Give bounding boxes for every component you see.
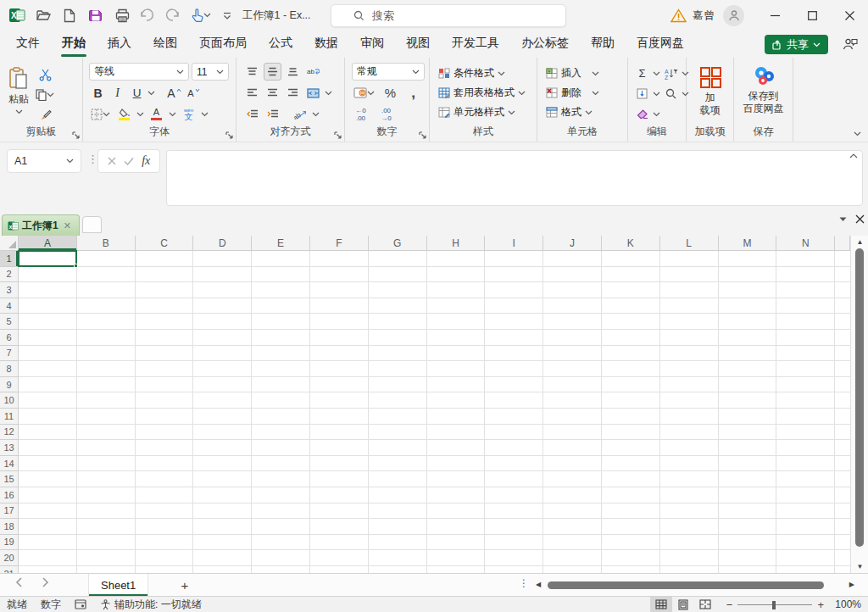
scroll-down-icon[interactable]: ▼	[851, 563, 868, 570]
contact-person-icon[interactable]	[843, 37, 858, 51]
tab-draw[interactable]: 绘图	[142, 31, 188, 58]
row-header-2[interactable]: 2	[0, 267, 19, 283]
underline-button[interactable]: U	[128, 84, 146, 102]
tab-formulas[interactable]: 公式	[258, 31, 303, 58]
sort-filter-button[interactable]: AZ	[662, 64, 680, 82]
autosum-button[interactable]: Σ	[633, 64, 651, 82]
formula-input[interactable]	[166, 150, 863, 206]
tab-baidu-netdisk[interactable]: 百度网盘	[626, 31, 695, 58]
row-header-5[interactable]: 5	[0, 314, 19, 330]
align-left-button[interactable]	[243, 84, 261, 102]
row-header-6[interactable]: 6	[0, 330, 19, 346]
shrink-font-button[interactable]: A	[185, 84, 203, 102]
addins-button[interactable]: 加 载项	[687, 62, 733, 125]
grow-font-button[interactable]: A	[165, 84, 183, 102]
column-header-B[interactable]: B	[77, 236, 136, 251]
number-dialog-launcher-icon[interactable]	[419, 131, 426, 139]
borders-button[interactable]	[89, 105, 112, 123]
scroll-left-icon[interactable]: ◀	[536, 581, 541, 588]
undo-icon[interactable]	[138, 4, 159, 26]
workbook-tab[interactable]: x 工作簿1 ✕	[2, 214, 80, 236]
tab-review[interactable]: 审阅	[349, 31, 395, 58]
fill-handle[interactable]	[74, 264, 78, 268]
decrease-indent-button[interactable]	[243, 105, 261, 123]
horizontal-scrollbar[interactable]: ◀ ▶	[534, 574, 858, 597]
align-bottom-button[interactable]	[284, 63, 302, 81]
close-workbook-tab-icon[interactable]	[855, 214, 865, 224]
align-center-button[interactable]	[264, 84, 281, 102]
search-box[interactable]: 搜索	[331, 4, 566, 27]
font-size-select[interactable]: 11	[192, 63, 229, 81]
name-box[interactable]: A1	[7, 149, 81, 173]
alignment-dialog-launcher-icon[interactable]	[334, 131, 342, 139]
column-header-J[interactable]: J	[543, 236, 602, 251]
insert-function-icon[interactable]: fx	[142, 154, 150, 168]
fill-color-button[interactable]	[115, 105, 133, 123]
scroll-up-icon[interactable]: ▲	[851, 238, 868, 246]
new-workbook-tab-button[interactable]	[82, 216, 102, 233]
warning-icon[interactable]	[670, 8, 687, 23]
align-middle-button[interactable]	[264, 63, 281, 81]
conditional-formatting-button[interactable]: 条件格式	[437, 64, 537, 83]
horizontal-scroll-thumb[interactable]	[548, 581, 824, 589]
new-file-icon[interactable]	[59, 4, 80, 26]
enter-icon[interactable]	[124, 157, 134, 165]
zoom-in-icon[interactable]: +	[817, 598, 824, 611]
collapse-formula-bar-icon[interactable]	[849, 153, 858, 159]
row-header-17[interactable]: 17	[0, 504, 19, 520]
cell-styles-button[interactable]: 单元格样式	[437, 103, 537, 122]
share-button[interactable]: 共享	[765, 35, 828, 54]
tab-file[interactable]: 文件	[5, 31, 51, 58]
format-as-table-button[interactable]: 套用表格格式	[437, 83, 537, 103]
row-header-14[interactable]: 14	[0, 456, 19, 472]
column-header-G[interactable]: G	[369, 236, 427, 251]
find-select-button[interactable]	[662, 85, 680, 103]
tab-page-layout[interactable]: 页面布局	[188, 31, 258, 58]
user-name[interactable]: 嘉曾	[693, 8, 715, 23]
collapse-ribbon-icon[interactable]	[854, 131, 861, 136]
merge-center-button[interactable]	[304, 84, 322, 102]
tab-help[interactable]: 帮助	[580, 31, 626, 58]
sheetbar-splitter[interactable]: ⋮	[519, 577, 529, 589]
row-header-8[interactable]: 8	[0, 361, 19, 377]
zoom-slider-thumb[interactable]	[772, 601, 776, 609]
increase-indent-button[interactable]	[264, 105, 281, 123]
orientation-button[interactable]: ab	[292, 105, 309, 123]
accessibility-status[interactable]: 辅助功能: 一切就绪	[100, 598, 202, 612]
fill-color-chevron-icon[interactable]	[136, 112, 144, 117]
format-painter-button[interactable]	[34, 105, 56, 123]
row-header-13[interactable]: 13	[0, 440, 19, 456]
column-header-D[interactable]: D	[193, 236, 252, 251]
touch-mode-icon[interactable]	[191, 4, 211, 26]
macro-record-button[interactable]	[75, 599, 86, 609]
redo-icon[interactable]	[164, 4, 185, 26]
cells-area[interactable]	[19, 251, 850, 573]
row-header-20[interactable]: 20	[0, 550, 19, 566]
column-header-E[interactable]: E	[252, 236, 310, 251]
tab-view[interactable]: 视图	[395, 31, 441, 58]
maximize-button[interactable]	[793, 0, 831, 31]
cut-button[interactable]	[34, 66, 56, 84]
row-header-19[interactable]: 19	[0, 535, 19, 551]
tab-data[interactable]: 数据	[303, 31, 349, 58]
accounting-format-button[interactable]	[352, 84, 376, 102]
row-header-11[interactable]: 11	[0, 409, 19, 425]
tab-list-dropdown-icon[interactable]	[839, 217, 847, 222]
select-all-corner[interactable]	[0, 236, 19, 251]
tab-developer[interactable]: 开发工具	[441, 31, 510, 58]
row-header-12[interactable]: 12	[0, 425, 19, 441]
number-format-select[interactable]: 常规	[352, 63, 425, 81]
percent-style-button[interactable]: %	[381, 84, 399, 102]
font-name-select[interactable]: 等线	[89, 63, 189, 81]
print-preview-icon[interactable]	[112, 4, 132, 26]
save-icon[interactable]	[86, 4, 106, 26]
increase-decimal-button[interactable]: ←0 .00	[352, 106, 370, 124]
paste-button[interactable]: 粘贴	[8, 64, 29, 126]
qat-overflow-icon[interactable]	[217, 4, 237, 26]
vertical-scroll-thumb[interactable]	[855, 248, 864, 547]
column-header-I[interactable]: I	[485, 236, 543, 251]
column-header-K[interactable]: K	[602, 236, 660, 251]
clear-button[interactable]	[633, 105, 651, 123]
minimize-button[interactable]	[756, 0, 793, 31]
column-header-F[interactable]: F	[310, 236, 369, 251]
